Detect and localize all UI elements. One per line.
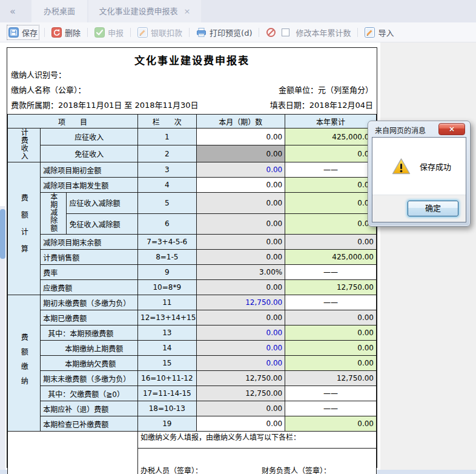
dialog-footer: 确定 — [372, 195, 466, 222]
row-label: 减除项目期初金额 — [41, 162, 138, 178]
unionpay-pencil-icon — [137, 27, 148, 38]
month-value-cell[interactable]: 0.00 — [196, 129, 285, 145]
footer-empty-cell — [8, 432, 138, 474]
footer-note: 如缴纳义务人填报，由缴纳义务人填写以下各栏： — [138, 432, 377, 449]
year-value-cell: —— — [285, 401, 377, 416]
dialog-close-button[interactable]: × — [438, 123, 465, 135]
left-scrollbar-thumb[interactable] — [0, 209, 5, 259]
close-x-icon: × — [449, 125, 455, 133]
delete-button[interactable]: 删除 — [51, 27, 81, 38]
tab-tax-desktop[interactable]: 办税桌面 — [31, 0, 87, 22]
print-preview-label: 打印预览(d) — [210, 27, 252, 38]
row-label: 期初未缴费额（多缴为负） — [41, 295, 138, 310]
tab-culture-fee-form[interactable]: 文化事业建设费申报表× — [88, 0, 201, 22]
month-value-cell: 0.00 — [196, 213, 285, 235]
row-colno: 15 — [138, 356, 196, 371]
table-row: 费额计算 减除项目期初金额 3 0.00 —— — [8, 162, 377, 178]
declare-label: 申报 — [108, 27, 124, 38]
row-colno: 12=13+14+15 — [138, 310, 196, 325]
dialog-ok-button[interactable]: 确定 — [408, 201, 458, 216]
table-row: 本期减除额 应征收入减除额 5 0.00 0.00 — [8, 193, 377, 214]
row-colno: 2 — [138, 145, 196, 162]
row-colno: 10=8*9 — [138, 280, 196, 295]
amount-unit-label: 金额单位：元（列至角分） — [279, 84, 373, 95]
modify-yearly-total-checkbox[interactable] — [282, 28, 289, 36]
year-value-cell: 0.00 — [285, 310, 377, 325]
month-value-cell: 0.00 — [196, 193, 285, 214]
month-value-cell: 12,750.00 — [196, 386, 285, 401]
year-value-cell: 0.00 — [285, 193, 377, 214]
row-label: 本期检查已补缴费额 — [41, 416, 138, 432]
row-label: 应征收入 — [41, 129, 138, 145]
year-value-cell: 0.00 — [285, 145, 377, 162]
table-header-row: 项 目 栏 次 本月（期）数 本年累计 — [8, 115, 377, 129]
table-row: 减除项目期末余额 7=3+4-5-6 0.00 0.00 — [8, 235, 377, 250]
modify-yearly-total-group: 修改本年累计数 — [266, 27, 351, 38]
group-fee-payment: 费额缴纳 — [8, 295, 41, 432]
row-label: 免征收入减除额 — [67, 213, 138, 235]
month-value-cell[interactable]: 0.00 — [196, 356, 285, 371]
import-button[interactable]: 导入 — [365, 27, 394, 38]
month-value-cell: 0.00 — [196, 145, 285, 162]
dialog-inner: 保存成功 确定 — [372, 137, 466, 222]
table-row: 计费收入 应征收入 1 0.00 425,000.00 — [8, 129, 377, 145]
year-value-cell: 0.00 — [285, 416, 377, 432]
table-row: 计费销售额 8=1-5 0.00 425,000.00 — [8, 250, 377, 265]
dialog-message: 保存成功 — [420, 161, 451, 172]
toolbar: 保存 删除 申报 银联扣款 打印预览(d) 修改本年累计数 导入 — [0, 22, 476, 42]
year-value-cell: —— — [285, 265, 377, 280]
tab-close-icon[interactable]: × — [184, 7, 191, 16]
year-value-cell: —— — [285, 386, 377, 401]
row-colno: 4 — [138, 178, 196, 193]
month-value-cell[interactable]: 0.00 — [196, 341, 285, 356]
month-value-cell[interactable]: 0.00 — [196, 178, 285, 193]
table-row: 本期已缴费额 12=13+14+15 0.00 0.00 — [8, 310, 377, 325]
row-label: 本期缴纳欠费额 — [41, 356, 138, 371]
row-label: 其中：欠缴费额（≧0） — [41, 386, 138, 401]
year-value-cell: 0.00 — [285, 356, 377, 371]
row-colno: 9 — [138, 265, 196, 280]
row-label: 应缴费额 — [41, 280, 138, 295]
form-title: 文化事业建设费申报表 — [7, 52, 377, 67]
toolbar-separator — [44, 28, 45, 37]
print-preview-button[interactable]: 打印预览(d) — [196, 27, 252, 38]
row-colno: 6 — [138, 213, 196, 235]
month-value-cell: 0.00 — [196, 310, 285, 325]
month-value-cell[interactable]: 12,750.00 — [196, 295, 285, 310]
year-value-cell: 12,750.00 — [285, 280, 377, 295]
forbidden-icon — [266, 27, 276, 38]
taxpayer-name-label: 缴纳人名称（公章）： — [11, 84, 86, 95]
month-value-cell[interactable]: 0.00 — [196, 162, 285, 178]
row-label: 计费销售额 — [41, 250, 138, 265]
year-value-cell: 0.00 — [285, 235, 377, 250]
month-value-cell[interactable]: 0.00 — [196, 416, 285, 432]
year-value-cell: 0.00 — [285, 325, 377, 341]
header-col: 栏 次 — [138, 115, 196, 129]
taxpayer-name-line: 缴纳人名称（公章）： 金额单位：元（列至角分） — [7, 82, 377, 97]
row-colno: 8=1-5 — [138, 250, 196, 265]
month-value-cell: 3.00% — [196, 265, 285, 280]
toolbar-separator — [189, 28, 190, 37]
row-colno: 7=3+4-5-6 — [138, 235, 196, 250]
year-value-cell: —— — [285, 162, 377, 178]
save-label: 保存 — [22, 27, 38, 38]
table-row: 本期检查已补缴费额 19 0.00 0.00 — [8, 416, 377, 432]
year-value-cell: —— — [285, 295, 377, 310]
row-label: 本期缴纳上期费额 — [41, 341, 138, 356]
header-month: 本月（期）数 — [196, 115, 285, 129]
back-chevron-icon[interactable]: « — [10, 0, 16, 22]
dialog-title: 来自网页的消息 — [375, 125, 426, 135]
table-row: 减除项目本期发生额 4 0.00 0.00 — [8, 178, 377, 193]
table-row: 本期应补（退）费额 18=10-13 0.00 —— — [8, 401, 377, 416]
save-button[interactable]: 保存 — [8, 27, 38, 38]
row-colno: 18=10-13 — [138, 401, 196, 416]
month-value-cell: 0.00 — [196, 401, 285, 416]
footer-signatures: 办税人员（签章）：财务负责人（签章）： — [138, 449, 377, 474]
modify-yearly-total-label: 修改本年累计数 — [296, 27, 351, 38]
month-value-cell: 0.00 — [196, 235, 285, 250]
dialog-body: 保存成功 — [372, 138, 466, 195]
tab-bar: « 办税桌面 文化事业建设费申报表× — [0, 0, 476, 22]
row-label: 免征收入 — [41, 145, 138, 162]
declare-button: 申报 — [94, 27, 124, 38]
month-value-cell[interactable]: 0.00 — [196, 325, 285, 341]
